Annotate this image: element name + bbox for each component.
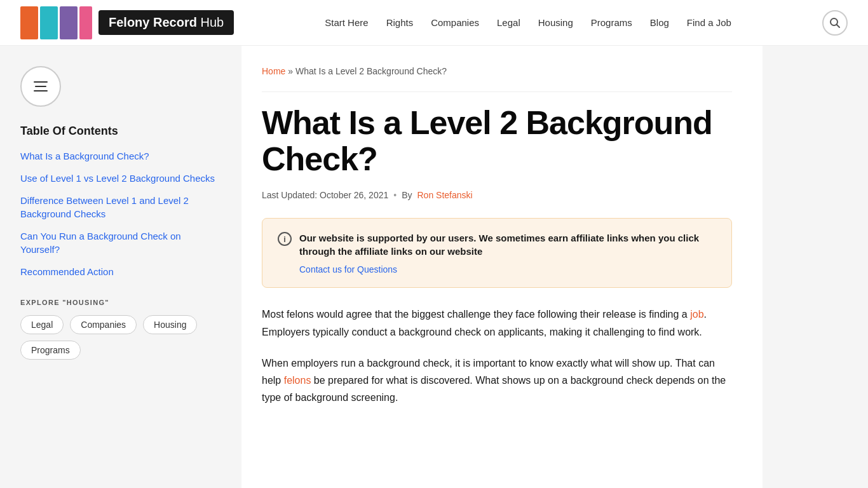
- nav-start-here[interactable]: Start Here: [325, 17, 368, 28]
- logo-text: Felony Record Hub: [109, 15, 224, 29]
- toc-link-3[interactable]: Difference Between Level 1 and Level 2 B…: [20, 195, 189, 219]
- toc-list: What Is a Background Check? Use of Level…: [20, 149, 221, 278]
- affiliate-text: Our website is supported by our users. W…: [299, 231, 716, 258]
- affiliate-contact-link[interactable]: Contact us for Questions: [299, 264, 716, 274]
- nav-legal[interactable]: Legal: [497, 17, 520, 28]
- hamburger-line-2: [35, 86, 46, 87]
- logo-bold: Felony Record: [109, 15, 197, 29]
- logo-block-pink: [79, 6, 92, 39]
- affiliate-box-header: i Our website is supported by our users.…: [278, 231, 716, 258]
- tag-legal[interactable]: Legal: [20, 315, 64, 334]
- article-body: Most felons would agree that the biggest…: [262, 306, 732, 406]
- toc-toggle-button[interactable]: [20, 66, 61, 107]
- toc-link-4[interactable]: Can You Run a Background Check on Yourse…: [20, 231, 181, 255]
- main-nav: Start Here Rights Companies Legal Housin…: [325, 17, 731, 28]
- toc-item-1: What Is a Background Check?: [20, 149, 221, 163]
- article-para-2: When employers run a background check, i…: [262, 355, 732, 407]
- article-meta: Last Updated: October 26, 2021 • By Ron …: [262, 190, 732, 200]
- site-header: Felony Record Hub Start Here Rights Comp…: [0, 0, 868, 46]
- affiliate-box: i Our website is supported by our users.…: [262, 218, 732, 288]
- sidebar: Table Of Contents What Is a Background C…: [0, 46, 241, 488]
- logo-text-wrap: Felony Record Hub: [98, 10, 234, 35]
- search-icon: [829, 17, 841, 29]
- main-content: Home » What Is a Level 2 Background Chec…: [241, 46, 763, 488]
- toc-link-5[interactable]: Recommended Action: [20, 266, 114, 277]
- toc-link-2[interactable]: Use of Level 1 vs Level 2 Background Che…: [20, 173, 215, 184]
- article-author[interactable]: Ron Stefanski: [417, 190, 473, 200]
- toc-item-5: Recommended Action: [20, 265, 221, 278]
- toc-link-1[interactable]: What Is a Background Check?: [20, 151, 149, 161]
- nav-blog[interactable]: Blog: [650, 17, 669, 28]
- para1-text: Most felons would agree that the biggest…: [262, 309, 690, 320]
- info-icon: i: [278, 232, 292, 246]
- nav-rights[interactable]: Rights: [386, 17, 414, 28]
- para2-rest: be prepared for what is discovered. What…: [262, 375, 726, 403]
- hamburger-line-3: [34, 90, 48, 92]
- page-body: Table Of Contents What Is a Background C…: [0, 46, 868, 488]
- tag-programs[interactable]: Programs: [20, 341, 81, 360]
- logo-icon: [20, 6, 92, 39]
- explore-label: EXPLORE "HOUSING": [20, 299, 221, 306]
- logo-block-purple: [60, 6, 78, 39]
- nav-housing[interactable]: Housing: [538, 17, 573, 28]
- breadcrumb-home[interactable]: Home: [262, 66, 285, 76]
- breadcrumb-separator: »: [288, 66, 293, 76]
- search-button[interactable]: [822, 10, 848, 36]
- meta-bullet: •: [393, 190, 397, 200]
- para2-link[interactable]: felons: [284, 375, 311, 386]
- article-title: What Is a Level 2 Background Check?: [262, 105, 732, 177]
- article-date: Last Updated: October 26, 2021: [262, 190, 388, 200]
- nav-programs[interactable]: Programs: [591, 17, 632, 28]
- meta-by: By: [402, 190, 412, 200]
- nav-companies[interactable]: Companies: [431, 17, 479, 28]
- para1-link[interactable]: job: [690, 309, 703, 320]
- logo-block-teal: [40, 6, 58, 39]
- toc-title: Table Of Contents: [20, 125, 221, 138]
- logo-block-orange: [20, 6, 38, 39]
- nav-find-a-job[interactable]: Find a Job: [687, 17, 731, 28]
- logo-regular: Hub: [197, 15, 224, 29]
- hamburger-line-1: [34, 81, 48, 83]
- toc-item-4: Can You Run a Background Check on Yourse…: [20, 229, 221, 256]
- toc-item-3: Difference Between Level 1 and Level 2 B…: [20, 194, 221, 220]
- tag-housing[interactable]: Housing: [143, 315, 197, 334]
- breadcrumb-current: What Is a Level 2 Background Check?: [295, 66, 447, 76]
- toc-item-2: Use of Level 1 vs Level 2 Background Che…: [20, 172, 221, 185]
- title-divider: [262, 92, 732, 92]
- breadcrumb: Home » What Is a Level 2 Background Chec…: [262, 66, 732, 76]
- tag-cloud: Legal Companies Housing Programs: [20, 315, 221, 360]
- logo-area[interactable]: Felony Record Hub: [20, 6, 234, 39]
- svg-line-1: [836, 24, 839, 27]
- article-para-1: Most felons would agree that the biggest…: [262, 306, 732, 340]
- tag-companies[interactable]: Companies: [70, 315, 137, 334]
